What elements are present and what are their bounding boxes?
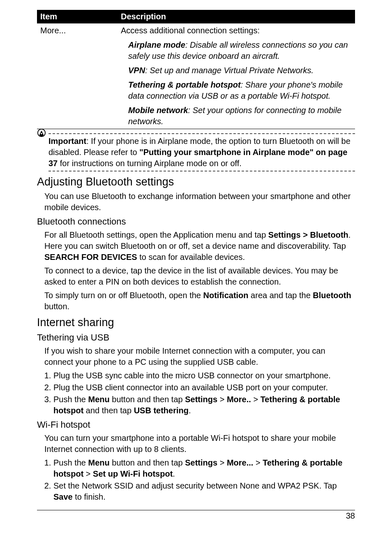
table-row: More... Access additional connection set…	[37, 23, 355, 38]
text: >	[251, 395, 261, 404]
note-lead: Important	[48, 137, 86, 146]
bold: Set up Wi-Fi hotspot	[93, 469, 173, 478]
text: button.	[44, 302, 69, 311]
text: To simply turn on or off Bluetooth, open…	[44, 291, 203, 300]
text: Push the	[53, 395, 88, 404]
desc-cell-intro: Access additional connection settings:	[118, 23, 355, 38]
sub-lead: Tethering & portable hotspot	[128, 80, 241, 89]
bold: Save	[53, 492, 73, 501]
note-dash-bottom	[48, 171, 355, 171]
text: button and then tap	[110, 395, 185, 404]
heading-wifi-hotspot: Wi-Fi hotspot	[37, 419, 355, 430]
text: Set the Network SSID and adjust security…	[53, 481, 337, 490]
sub-item-airplane: Airplane mode: Disable all wireless conn…	[121, 39, 352, 62]
text: >	[83, 469, 93, 478]
usb-intro: If you wish to share your mobile Interne…	[44, 345, 355, 368]
note-text-2: for instructions on turning Airplane mod…	[58, 159, 242, 168]
sub-item-mobile: Mobile network: Set your options for con…	[121, 105, 352, 127]
wifi-intro: You can turn your smartphone into a port…	[44, 433, 355, 455]
settings-table: Item Description More... Access addition…	[37, 10, 355, 129]
text: >	[217, 458, 227, 467]
bt-conn-p2: To connect to a device, tap the device i…	[44, 265, 355, 287]
sub-item-vpn: VPN: Set up and manage Virtual Private N…	[121, 65, 352, 76]
text: button and then tap	[110, 458, 185, 467]
important-icon	[37, 128, 46, 137]
text: Push the	[53, 458, 88, 467]
col-header-item: Item	[37, 10, 118, 23]
bluetooth-intro: You can use Bluetooth to exchange inform…	[44, 191, 355, 213]
heading-tether-usb: Tethering via USB	[37, 332, 355, 343]
item-cell: More...	[37, 23, 118, 38]
list-item: Plug the USB client connector into an av…	[53, 382, 355, 393]
bold: USB tethering	[134, 406, 189, 415]
important-note: Important: If your phone is in Airplane …	[37, 133, 355, 171]
text: to finish.	[73, 492, 106, 501]
text: >	[253, 458, 263, 467]
table-row: Tethering & portable hotspot: Share your…	[37, 78, 355, 103]
text: and then tap	[83, 406, 134, 415]
heading-bluetooth: Adjusting Bluetooth settings	[37, 176, 355, 188]
list-item: Push the Menu button and then tap Settin…	[53, 457, 355, 480]
list-item: Push the Menu button and then tap Settin…	[53, 394, 355, 416]
heading-bt-connections: Bluetooth connections	[37, 216, 355, 227]
bold: More...	[227, 458, 253, 467]
text: .	[173, 469, 175, 478]
page-number: 38	[346, 511, 355, 520]
table-bottom-divider	[37, 129, 355, 130]
heading-internet-sharing: Internet sharing	[37, 316, 355, 329]
table-row: VPN: Set up and manage Virtual Private N…	[37, 63, 355, 78]
bold: More..	[227, 395, 251, 404]
bold: SEARCH FOR DEVICES	[44, 253, 137, 262]
bold: Notification	[203, 291, 249, 300]
bt-conn-p1: For all Bluetooth settings, open the App…	[44, 229, 355, 263]
text: area and tap the	[249, 291, 313, 300]
bold: Bluetooth	[313, 291, 351, 300]
sub-lead: Airplane mode	[128, 40, 185, 49]
page-footer: 38	[37, 510, 355, 521]
text: to scan for available devices.	[137, 253, 245, 262]
table-header-row: Item Description	[37, 10, 355, 23]
list-item: Plug the USB sync cable into the micro U…	[53, 370, 355, 381]
wifi-steps: Push the Menu button and then tap Settin…	[44, 457, 355, 503]
usb-steps: Plug the USB sync cable into the micro U…	[44, 370, 355, 416]
bold: Settings	[185, 395, 217, 404]
note-body: Important: If your phone is in Airplane …	[48, 136, 355, 169]
text: >	[217, 395, 227, 404]
bold: Menu	[88, 395, 110, 404]
sub-item-tether: Tethering & portable hotspot: Share your…	[121, 79, 352, 102]
table-row: Mobile network: Set your options for con…	[37, 103, 355, 129]
page-container: Item Description More... Access addition…	[0, 0, 392, 556]
text: .	[189, 406, 191, 415]
table-row: Airplane mode: Disable all wireless conn…	[37, 38, 355, 63]
list-item: Set the Network SSID and adjust security…	[53, 480, 355, 503]
bt-conn-p3: To simply turn on or off Bluetooth, open…	[44, 290, 355, 312]
bold: Settings	[185, 458, 217, 467]
col-header-description: Description	[118, 10, 355, 23]
sub-lead: VPN	[128, 66, 145, 75]
sub-lead: Mobile network	[128, 106, 188, 115]
text: For all Bluetooth settings, open the App…	[44, 230, 268, 239]
bold: Settings > Bluetooth	[268, 230, 348, 239]
sub-rest: : Set up and manage Virtual Private Netw…	[145, 66, 314, 75]
note-dash-top	[48, 133, 355, 134]
svg-point-1	[41, 133, 42, 134]
bold: Menu	[88, 458, 110, 467]
